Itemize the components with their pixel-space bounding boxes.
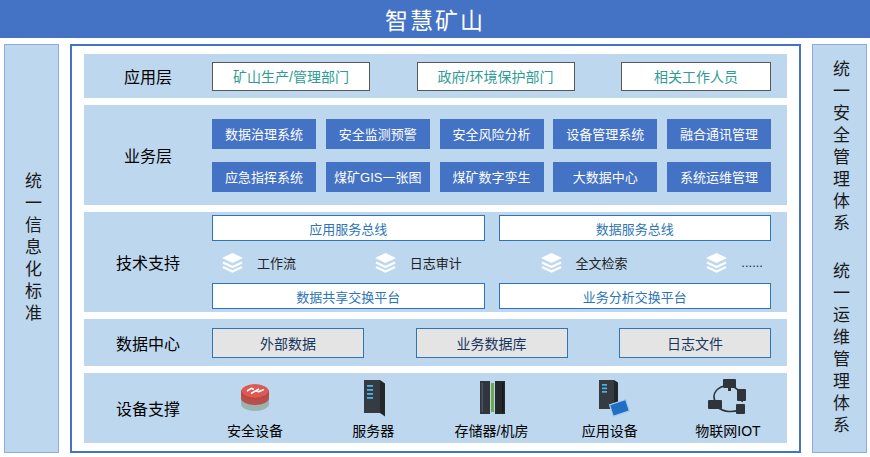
business-item-system-ops: 系统运维管理 [667, 162, 771, 192]
device-security-equipment-label: 安全设备 [227, 420, 283, 440]
right-pillar-unified-security-and-ops: 统一安全管理体系 统一运维管理体系 [812, 44, 867, 453]
middleware-workflow-label: 工作流 [257, 253, 296, 272]
business-item-big-data-center: 大数据中心 [553, 162, 657, 192]
device-server: 服务器 [330, 377, 416, 440]
middleware-full-text-search-label: 全文检索 [576, 253, 628, 272]
business-item-emergency-command: 应急指挥系统 [212, 162, 316, 192]
tech-item-data-service-bus: 数据服务总线 [499, 215, 772, 241]
business-item-gis-one-map: 煤矿GIS一张图 [326, 162, 430, 192]
layer-device-support: 设备支撑 安全设备 [84, 373, 787, 443]
layer-data-center-label: 数据中心 [84, 331, 212, 355]
layers-icon [220, 252, 245, 273]
business-item-data-governance: 数据治理系统 [212, 119, 316, 149]
middleware-more: ...... [704, 252, 763, 273]
business-item-risk-analysis: 安全风险分析 [440, 119, 544, 149]
data-center-items: 外部数据 业务数据库 日志文件 [212, 328, 787, 358]
storage-rack-icon [468, 377, 516, 419]
device-application-equipment-label: 应用设备 [582, 420, 638, 440]
layers-icon [539, 252, 564, 273]
security-device-icon [231, 377, 279, 419]
device-storage-room: 存储器/机房 [449, 377, 535, 440]
middleware-log-audit-label: 日志审计 [410, 253, 462, 272]
layer-business-label: 业务层 [84, 143, 212, 167]
left-pillar-unified-informatization-standard: 统一信息化标准 [4, 44, 59, 453]
business-row-2: 应急指挥系统 煤矿GIS一张图 煤矿数字孪生 大数据中心 系统运维管理 [212, 162, 771, 192]
layers-icon [704, 252, 729, 273]
application-items: 矿山生产/管理部门 政府/环境保护部门 相关工作人员 [212, 62, 787, 91]
middleware-workflow: 工作流 [220, 252, 296, 273]
diagram-title-bar: 智慧矿山 [0, 0, 870, 38]
right-pillar-label-ops: 统一运维管理体系 [831, 262, 848, 438]
device-items: 安全设备 服务器 [212, 377, 787, 440]
data-item-business-database: 业务数据库 [416, 328, 568, 358]
main-panel: 应用层 矿山生产/管理部门 政府/环境保护部门 相关工作人员 业务层 数据治理系… [70, 44, 801, 453]
device-iot-label: 物联网IOT [695, 420, 760, 440]
tech-item-business-analysis-platform: 业务分析交换平台 [499, 283, 772, 309]
tech-middleware-row: 工作流 日志审计 全文检索 [212, 250, 771, 274]
tech-item-data-sharing-platform: 数据共享交换平台 [212, 283, 485, 309]
device-application-equipment: 应用设备 [567, 377, 653, 440]
data-item-external-data: 外部数据 [212, 328, 364, 358]
device-storage-room-label: 存储器/机房 [455, 420, 529, 440]
layer-tech-support: 技术支持 应用服务总线 数据服务总线 工作流 [84, 212, 787, 312]
business-row-1: 数据治理系统 安全监测预警 安全风险分析 设备管理系统 融合通讯管理 [212, 119, 771, 149]
device-iot: 物联网IOT [685, 377, 771, 440]
application-item-related-staff: 相关工作人员 [621, 62, 771, 91]
page-title: 智慧矿山 [385, 2, 485, 36]
device-server-label: 服务器 [352, 420, 394, 440]
right-pillar-label-security: 统一安全管理体系 [831, 60, 848, 236]
layer-business: 业务层 数据治理系统 安全监测预警 安全风险分析 设备管理系统 融合通讯管理 应… [84, 105, 787, 205]
server-icon [349, 377, 397, 419]
tech-bus-row: 应用服务总线 数据服务总线 [212, 215, 771, 241]
tech-platform-row: 数据共享交换平台 业务分析交换平台 [212, 283, 771, 309]
middleware-full-text-search: 全文检索 [539, 252, 628, 273]
layer-tech-support-label: 技术支持 [84, 250, 212, 274]
application-item-government-env: 政府/环境保护部门 [417, 62, 575, 91]
layer-data-center: 数据中心 外部数据 业务数据库 日志文件 [84, 319, 787, 366]
middleware-more-label: ...... [741, 255, 763, 270]
layer-device-support-label: 设备支撑 [84, 396, 212, 420]
iot-network-icon [704, 377, 752, 419]
app-device-icon [586, 377, 634, 419]
business-items: 数据治理系统 安全监测预警 安全风险分析 设备管理系统 融合通讯管理 应急指挥系… [212, 119, 787, 192]
tech-item-app-service-bus: 应用服务总线 [212, 215, 485, 241]
business-item-safety-monitoring: 安全监测预警 [326, 119, 430, 149]
business-item-equipment-mgmt: 设备管理系统 [553, 119, 657, 149]
layers-icon [373, 252, 398, 273]
tech-support-items: 应用服务总线 数据服务总线 工作流 [212, 215, 787, 309]
device-security-equipment: 安全设备 [212, 377, 298, 440]
left-pillar-label: 统一信息化标准 [23, 172, 40, 326]
application-item-mine-production: 矿山生产/管理部门 [212, 62, 370, 91]
middleware-log-audit: 日志审计 [373, 252, 462, 273]
data-item-log-files: 日志文件 [619, 328, 771, 358]
business-item-digital-twin: 煤矿数字孪生 [440, 162, 544, 192]
layer-application: 应用层 矿山生产/管理部门 政府/环境保护部门 相关工作人员 [84, 54, 787, 98]
layer-application-label: 应用层 [84, 64, 212, 88]
business-item-converged-comms: 融合通讯管理 [667, 119, 771, 149]
